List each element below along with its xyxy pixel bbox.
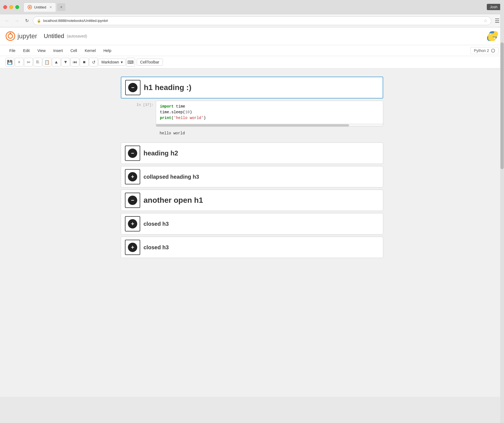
code-horizontal-scrollbar[interactable] xyxy=(156,124,383,126)
cell-6-markdown: closed h3 xyxy=(121,213,383,234)
cell-toggle-3[interactable] xyxy=(125,146,140,161)
collapse-icon-1 xyxy=(128,83,137,92)
dropdown-arrow-icon: ▾ xyxy=(121,60,123,64)
cell-3-markdown: heading h2 xyxy=(121,143,383,164)
restart-button[interactable]: ↺ xyxy=(89,58,98,66)
code-text-sleep: time.sleep( xyxy=(160,110,185,114)
collapse-icon-5 xyxy=(128,196,137,205)
forward-button[interactable]: → xyxy=(13,17,21,25)
tab-close-button[interactable]: ✕ xyxy=(49,5,52,9)
collapse-icon-3 xyxy=(128,149,137,158)
move-down-button[interactable]: ▼ xyxy=(61,58,70,66)
tab-bar: Untitled ✕ + xyxy=(24,2,487,12)
cell-type-dropdown[interactable]: Markdown ▾ xyxy=(98,59,126,66)
celltoolbar-button[interactable]: CellToolbar xyxy=(137,59,163,66)
save-button[interactable]: 💾 xyxy=(5,58,14,66)
stop-button[interactable]: ■ xyxy=(80,58,89,66)
python-logo-icon xyxy=(487,30,499,42)
cell-toggle-7[interactable] xyxy=(125,240,140,255)
menu-help[interactable]: Help xyxy=(99,47,115,54)
code-text-endparen: ) xyxy=(204,116,206,120)
paste-button[interactable]: 📋 xyxy=(43,58,51,66)
address-bar: ← → ↻ 🔒 localhost:8888/notebooks/Untitle… xyxy=(0,14,504,27)
cell-toggle-1[interactable] xyxy=(125,80,140,95)
new-tab-button[interactable]: + xyxy=(57,3,65,11)
selected-markdown-cell[interactable]: h1 heading :) xyxy=(121,77,383,98)
keyword-print: print xyxy=(160,116,171,120)
minimize-window-button[interactable] xyxy=(9,5,13,9)
close-window-button[interactable] xyxy=(3,5,7,9)
cell-type-label: Markdown xyxy=(101,60,119,64)
svg-point-6 xyxy=(494,38,495,39)
cell-2-prompt: In [37]: xyxy=(121,101,154,107)
cell-6-heading: closed h3 xyxy=(143,221,169,227)
keyword-import: import xyxy=(160,104,174,109)
open-markdown-cell-3[interactable]: heading h2 xyxy=(121,143,383,164)
user-avatar[interactable]: Josh xyxy=(487,4,501,10)
kernel-name: Python 2 xyxy=(474,48,489,53)
refresh-button[interactable]: ↻ xyxy=(23,17,31,25)
lock-icon: 🔒 xyxy=(37,19,41,23)
cell-toggle-4[interactable] xyxy=(125,169,140,184)
code-scrollbar-thumb xyxy=(156,124,349,126)
expand-icon-4 xyxy=(128,172,137,181)
menu-kernel[interactable]: Kernel xyxy=(81,47,99,54)
cell-1-markdown: h1 heading :) xyxy=(121,77,383,98)
tab-favicon-icon xyxy=(28,5,32,9)
cell-2-code-area[interactable]: import time time.sleep(10) print('hello … xyxy=(156,101,383,127)
cut-button[interactable]: ✂ xyxy=(24,58,33,66)
tab-title: Untitled xyxy=(34,5,46,9)
back-button[interactable]: ← xyxy=(3,17,11,25)
to-top-button[interactable]: ⏮ xyxy=(71,58,79,66)
jupyter-logo: jupyter xyxy=(5,31,37,41)
cells-container: h1 heading :) In [37]: import time time.… xyxy=(121,77,383,258)
page-scrollbar-thumb xyxy=(500,42,504,169)
open-markdown-cell-4[interactable]: collapsed heading h3 xyxy=(121,166,383,187)
cell-7-markdown: closed h3 xyxy=(121,237,383,258)
menu-bar: File Edit View Insert Cell Kernel Help P… xyxy=(0,45,504,56)
jupyter-logo-text: jupyter xyxy=(17,32,37,40)
notebook-title[interactable]: Untitled xyxy=(44,33,64,40)
cell-4-markdown: collapsed heading h3 xyxy=(121,166,383,187)
code-num-10: 10 xyxy=(185,110,190,114)
kernel-status-indicator xyxy=(491,49,495,53)
cell-3-heading: heading h2 xyxy=(143,149,178,157)
cell-4-heading: collapsed heading h3 xyxy=(143,174,199,180)
open-markdown-cell-5[interactable]: another open h1 xyxy=(121,190,383,211)
menu-file[interactable]: File xyxy=(5,47,19,54)
menu-view[interactable]: View xyxy=(34,47,49,54)
expand-icon-6 xyxy=(128,219,137,228)
add-cell-button[interactable]: + xyxy=(15,58,24,66)
cell-2-output: hello world xyxy=(156,129,383,138)
title-bar: Untitled ✕ + Josh xyxy=(0,0,504,14)
copy-button[interactable]: ⎘ xyxy=(33,58,42,66)
open-markdown-cell-6[interactable]: closed h3 xyxy=(121,213,383,234)
cell-toggle-5[interactable] xyxy=(125,193,140,208)
svg-point-5 xyxy=(490,33,491,34)
code-text-close: ) xyxy=(190,110,192,114)
code-text-time: time xyxy=(174,104,185,109)
keyboard-shortcuts-button[interactable]: ⌨ xyxy=(126,58,135,66)
notebook-title-area: Untitled (autosaved) xyxy=(44,33,87,40)
menu-insert[interactable]: Insert xyxy=(49,47,67,54)
maximize-window-button[interactable] xyxy=(15,5,19,9)
expand-icon-7 xyxy=(128,243,137,252)
code-input-2[interactable]: import time time.sleep(10) print('hello … xyxy=(156,101,383,124)
active-tab[interactable]: Untitled ✕ xyxy=(24,2,56,12)
page-scrollbar[interactable] xyxy=(500,0,504,423)
jupyter-header: jupyter Untitled (autosaved) xyxy=(0,27,504,45)
open-markdown-cell-7[interactable]: closed h3 xyxy=(121,237,383,258)
cell-5-markdown: another open h1 xyxy=(121,190,383,211)
cell-1-heading: h1 heading :) xyxy=(144,83,191,92)
move-up-button[interactable]: ▲ xyxy=(52,58,61,66)
menu-edit[interactable]: Edit xyxy=(19,47,34,54)
svg-point-1 xyxy=(29,6,31,8)
bookmark-icon[interactable]: ☆ xyxy=(484,18,487,23)
cell-toggle-6[interactable] xyxy=(125,216,140,231)
autosaved-label: (autosaved) xyxy=(67,34,87,38)
menu-cell[interactable]: Cell xyxy=(67,47,81,54)
url-bar[interactable]: 🔒 localhost:8888/notebooks/Untitled.ipyn… xyxy=(33,16,491,25)
cell-7-heading: closed h3 xyxy=(143,244,169,251)
browser-menu-button[interactable]: ☰ xyxy=(494,18,501,24)
notebook-content: h1 heading :) In [37]: import time time.… xyxy=(0,68,504,397)
